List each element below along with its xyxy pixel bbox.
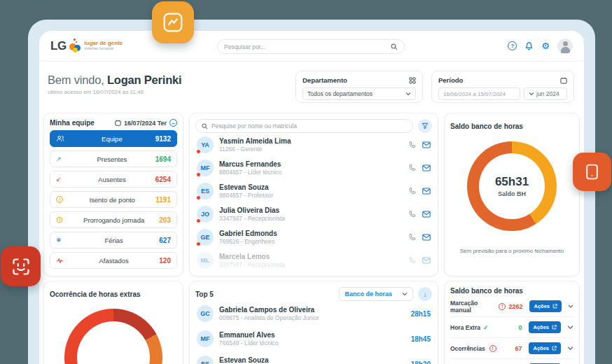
member-row[interactable]: MF Marcus Fernandes8804657 - Líder técni… xyxy=(195,156,432,179)
top5-title: Top 5 xyxy=(195,290,214,298)
status-dot xyxy=(196,218,201,223)
balance-donut-panel: Saldo banco de horas 65h31 Saldo BH Sem … xyxy=(444,113,580,276)
overtime-value: 371.931h12 xyxy=(85,362,141,364)
phone-icon[interactable] xyxy=(408,164,416,172)
avatar: YA xyxy=(197,136,214,153)
hours-value: 28h15 xyxy=(411,310,431,318)
arrow-down-left-icon: ↙ xyxy=(56,176,69,183)
department-select[interactable]: Todos os departamentos xyxy=(302,88,416,100)
top5-filter-select[interactable]: Banco de horas xyxy=(339,287,413,301)
pulse-icon xyxy=(56,258,69,264)
actions-title: Saldo banco de horas xyxy=(450,287,573,295)
mail-icon[interactable] xyxy=(422,188,431,195)
chevron-down-icon[interactable] xyxy=(567,346,573,351)
overtime-panel: Ocorrência de horas extras 371.931h12 xyxy=(43,281,183,364)
status-dot xyxy=(196,241,201,246)
hours-value: 18h20 xyxy=(411,360,431,364)
mail-icon[interactable] xyxy=(422,234,431,241)
status-dot xyxy=(196,172,201,177)
member-row[interactable]: JO Julia Oliveira Dias3347567 - Recepcio… xyxy=(195,202,432,225)
status-dot xyxy=(196,149,201,154)
member-row[interactable]: YA Yasmin Almeida Lima11266 - Gerente xyxy=(195,133,432,156)
page-title: Bem vindo, Logan Perinki xyxy=(48,74,287,87)
mail-icon[interactable] xyxy=(422,141,431,148)
action-row: Marcação manual ! 2262 Ações xyxy=(450,296,573,317)
tablet-icon xyxy=(583,162,601,181)
external-link-icon xyxy=(552,325,557,330)
phone-icon[interactable] xyxy=(408,141,416,148)
phone-icon[interactable] xyxy=(408,187,416,195)
stat-row-prorrogando[interactable]: Prorrogando jornada 203 xyxy=(50,211,177,228)
download-button[interactable]: ↓ xyxy=(418,287,432,301)
actions-button[interactable]: Ações xyxy=(529,300,562,312)
top5-row[interactable]: MF Emmanuel Alves766549 - Líder técnico … xyxy=(195,326,432,351)
app-header: LG lugar de gente sistemas humanos ? ⚙ xyxy=(39,31,584,62)
chart-icon xyxy=(162,12,183,33)
mail-icon[interactable] xyxy=(422,164,431,172)
phone-icon[interactable] xyxy=(408,210,416,218)
calendar-icon xyxy=(560,77,567,84)
departments-grid-icon xyxy=(409,77,416,84)
period-filter-card: Período 16/06/2024 a 15/07/2024 jun 2024 xyxy=(431,71,574,103)
snowflake-icon: ❄ xyxy=(56,237,69,244)
avatar: ES xyxy=(197,356,214,364)
action-row: Hora Extra ✓ 0 Ações xyxy=(450,317,573,338)
face-id-floating-badge[interactable] xyxy=(1,246,41,286)
global-search-input[interactable] xyxy=(224,43,391,50)
help-icon[interactable]: ? xyxy=(508,41,517,50)
balance-footer: Sem previsão para o próximo fechamento xyxy=(450,248,573,254)
avatar: MF xyxy=(197,330,214,347)
stat-row-isento[interactable]: ! Isento de ponto 1191 xyxy=(50,191,177,208)
team-date[interactable]: 16/07/2024 Ter – xyxy=(115,119,177,127)
chevron-down-icon xyxy=(529,92,534,96)
chevron-down-icon xyxy=(402,292,408,296)
search-icon xyxy=(391,43,398,50)
collapse-icon[interactable]: – xyxy=(169,119,177,127)
actions-button[interactable]: Ações xyxy=(529,342,561,354)
external-link-icon xyxy=(552,346,557,351)
chart-floating-badge[interactable] xyxy=(152,1,194,43)
lg-logo: LG lugar de gente sistemas humanos xyxy=(50,38,123,54)
mobile-device-floating-badge[interactable] xyxy=(573,153,611,191)
screen: LG lugar de gente sistemas humanos ? ⚙ xyxy=(0,0,612,364)
top5-row[interactable]: GC Gabriela Campos de Oliveira009675 - A… xyxy=(195,301,432,326)
mail-icon[interactable] xyxy=(422,257,431,264)
member-row[interactable]: GE Gabriel Edmonds769526 - Engenheiro xyxy=(195,225,432,248)
phone-icon[interactable] xyxy=(408,256,416,264)
top5-row[interactable]: ES Estevan Souza8804657 - Professor 18h2… xyxy=(195,351,432,364)
overtime-title: Ocorrência de horas extras xyxy=(50,290,141,298)
period-range-input[interactable]: 16/06/2024 a 15/07/2024 xyxy=(438,88,520,100)
action-row: Ocorrências ! 67 Ações xyxy=(450,338,573,359)
global-search[interactable] xyxy=(217,39,405,54)
stat-row-afastados[interactable]: Afastados 120 xyxy=(50,252,177,269)
member-row[interactable]: ES Estevan Souza8804657 - Professor xyxy=(195,179,432,202)
chevron-down-icon[interactable] xyxy=(567,325,573,330)
balance-title: Saldo banco de horas xyxy=(450,122,523,130)
chevron-down-icon[interactable] xyxy=(568,304,573,309)
balance-label: Saldo BH xyxy=(498,190,526,197)
user-avatar[interactable] xyxy=(557,38,573,54)
stat-row-ausentes[interactable]: ↙ Ausentes 6254 xyxy=(50,171,177,188)
stat-row-equipe[interactable]: Equipe 9132 xyxy=(50,130,177,147)
overtime-donut-chart: 371.931h12 xyxy=(64,309,162,364)
notifications-bell-icon[interactable] xyxy=(524,41,534,50)
filter-button[interactable] xyxy=(418,119,432,133)
team-people-icon xyxy=(56,135,69,142)
avatar: GC xyxy=(197,305,214,322)
my-team-title: Minha equipe xyxy=(50,119,95,127)
logo-subtagline: sistemas humanos xyxy=(85,47,123,51)
app-window: LG lugar de gente sistemas humanos ? ⚙ xyxy=(39,31,584,364)
user-name: Logan Perinki xyxy=(107,74,182,86)
period-month-select[interactable]: jun 2024 xyxy=(524,88,567,100)
stat-row-presentes[interactable]: ↗ Presentes 1694 xyxy=(50,150,177,167)
member-search[interactable] xyxy=(195,119,413,133)
member-row[interactable]: ML Marcela Lemos3347567 - Recepcionista xyxy=(195,248,432,272)
stat-row-ferias[interactable]: ❄ Férias 627 xyxy=(50,232,177,248)
mail-icon[interactable] xyxy=(422,211,431,218)
actions-button[interactable]: Ações xyxy=(529,321,561,333)
member-search-input[interactable] xyxy=(211,122,407,130)
phone-icon[interactable] xyxy=(408,233,416,241)
my-team-panel: Minha equipe 16/07/2024 Ter – Equipe 913… xyxy=(43,113,183,276)
settings-gear-icon[interactable]: ⚙ xyxy=(541,41,550,50)
action-row: Hora Extra ✓ 0 Ações xyxy=(450,359,573,364)
